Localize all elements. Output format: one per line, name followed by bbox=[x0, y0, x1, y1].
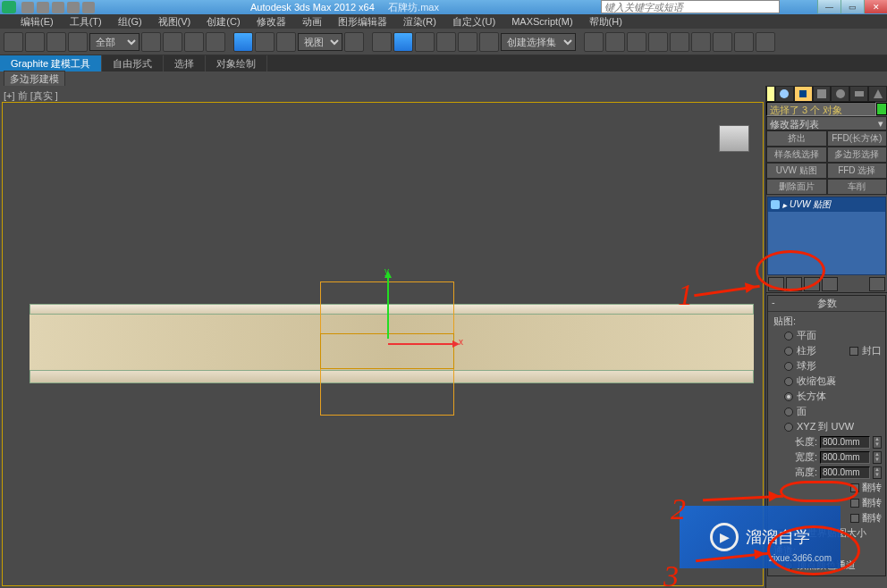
menu-render[interactable]: 渲染(R) bbox=[395, 15, 444, 29]
named-selection-sets[interactable]: 创建选择集 bbox=[501, 33, 576, 51]
height-spinner[interactable]: ▲▼ bbox=[873, 466, 882, 479]
render-frame-button[interactable] bbox=[734, 32, 754, 52]
menu-group[interactable]: 组(G) bbox=[110, 15, 150, 29]
gizmo-x-axis[interactable] bbox=[388, 343, 458, 345]
curve-editor-button[interactable] bbox=[648, 32, 668, 52]
mirror-button[interactable] bbox=[584, 32, 604, 52]
mod-btn-spline-sel[interactable]: 样条线选择 bbox=[766, 147, 827, 163]
map-type-face[interactable]: 面 bbox=[772, 404, 882, 419]
mod-btn-lathe[interactable]: 车削 bbox=[827, 179, 888, 195]
u-flip-checkbox[interactable] bbox=[850, 483, 859, 492]
percent-snap-button[interactable] bbox=[436, 32, 456, 52]
edit-named-sel-button[interactable] bbox=[479, 32, 499, 52]
rotate-button[interactable] bbox=[255, 32, 275, 52]
link-button[interactable] bbox=[46, 32, 66, 52]
cmd-tab-modify[interactable] bbox=[794, 86, 813, 102]
window-crossing-button[interactable] bbox=[206, 32, 225, 52]
menu-help[interactable]: 帮助(H) bbox=[581, 15, 630, 29]
menu-edit[interactable]: 编辑(E) bbox=[13, 15, 62, 29]
cmd-tab-hierarchy[interactable] bbox=[813, 86, 832, 102]
ref-coord-system[interactable]: 视图 bbox=[298, 33, 342, 51]
redo-button[interactable] bbox=[25, 32, 45, 52]
ribbon-tab-paint[interactable]: 对象绘制 bbox=[206, 55, 267, 71]
width-spinner[interactable]: ▲▼ bbox=[873, 451, 882, 464]
move-button[interactable] bbox=[233, 32, 253, 52]
polygon-modeling-button[interactable]: 多边形建模 bbox=[4, 71, 65, 88]
maximize-button[interactable]: ▭ bbox=[841, 0, 864, 13]
snap-toggle-button[interactable] bbox=[393, 32, 413, 52]
map-type-xyz[interactable]: XYZ 到 UVW bbox=[772, 419, 882, 434]
menu-modifiers[interactable]: 修改器 bbox=[249, 15, 294, 29]
length-spinner[interactable]: ▲▼ bbox=[873, 436, 882, 449]
map-type-spherical[interactable]: 球形 bbox=[772, 358, 882, 374]
stack-item-uvw[interactable]: ▸ UVW 贴图 bbox=[768, 197, 885, 212]
width-input[interactable] bbox=[820, 451, 870, 464]
menu-maxscript[interactable]: MAXScript(M) bbox=[503, 16, 580, 27]
cap-checkbox[interactable] bbox=[849, 347, 858, 356]
app-icon[interactable] bbox=[2, 1, 16, 13]
manipulate-button[interactable] bbox=[372, 32, 392, 52]
selection-filter[interactable]: 全部 bbox=[89, 33, 139, 51]
select-region-button[interactable] bbox=[184, 32, 204, 52]
close-button[interactable]: ✕ bbox=[864, 0, 887, 13]
mod-btn-delete-patch[interactable]: 删除面片 bbox=[766, 179, 827, 195]
mod-btn-ffd-sel[interactable]: FFD 选择 bbox=[827, 163, 888, 179]
scale-button[interactable] bbox=[276, 32, 296, 52]
remove-modifier-button[interactable] bbox=[822, 277, 838, 291]
select-name-button[interactable] bbox=[163, 32, 182, 52]
align-button[interactable] bbox=[605, 32, 625, 52]
cmd-tab-utilities[interactable] bbox=[868, 86, 887, 102]
minimize-button[interactable]: — bbox=[817, 0, 841, 13]
menu-custom[interactable]: 自定义(U) bbox=[444, 15, 503, 29]
cmd-tab-create[interactable] bbox=[775, 86, 794, 102]
schematic-view-button[interactable] bbox=[670, 32, 689, 52]
make-unique-button[interactable] bbox=[804, 277, 820, 291]
menu-animation[interactable]: 动画 bbox=[294, 15, 330, 29]
spinner-snap-button[interactable] bbox=[458, 32, 477, 52]
use-center-button[interactable] bbox=[344, 32, 364, 52]
lightbulb-icon[interactable] bbox=[771, 200, 780, 209]
undo-button[interactable] bbox=[4, 32, 23, 52]
ribbon-tab-selection[interactable]: 选择 bbox=[164, 55, 206, 71]
select-button[interactable] bbox=[141, 32, 161, 52]
cmd-tab-motion[interactable] bbox=[831, 86, 849, 102]
modifier-list-dropdown[interactable]: 修改器列表▾ bbox=[766, 116, 887, 130]
rollout-header[interactable]: 参数 bbox=[768, 296, 885, 312]
layers-button[interactable] bbox=[627, 32, 646, 52]
help-search-input[interactable] bbox=[601, 0, 780, 13]
ribbon-tab-graphite[interactable]: Graphite 建模工具 bbox=[0, 55, 102, 71]
mod-btn-poly-sel[interactable]: 多边形选择 bbox=[827, 147, 888, 163]
v-flip-checkbox[interactable] bbox=[850, 499, 859, 508]
modifier-stack[interactable]: ▸ UVW 贴图 bbox=[767, 197, 886, 275]
qat-save-icon[interactable] bbox=[52, 2, 64, 13]
mod-btn-ffd-box[interactable]: FFD(长方体) bbox=[827, 130, 888, 147]
map-type-shrinkwrap[interactable]: 收缩包裹 bbox=[772, 374, 882, 389]
qat-new-icon[interactable] bbox=[21, 2, 34, 13]
viewcube[interactable] bbox=[719, 125, 749, 152]
menu-tools[interactable]: 工具(T) bbox=[62, 15, 110, 29]
show-end-result-button[interactable] bbox=[786, 277, 802, 291]
unlink-button[interactable] bbox=[68, 32, 88, 52]
w-flip-checkbox[interactable] bbox=[850, 514, 859, 523]
mod-btn-uvw-map[interactable]: UVW 贴图 bbox=[766, 163, 827, 179]
plus-icon[interactable]: ▸ bbox=[782, 200, 787, 210]
material-editor-button[interactable] bbox=[691, 32, 711, 52]
height-input[interactable] bbox=[820, 466, 870, 479]
render-button[interactable] bbox=[756, 32, 775, 52]
qat-open-icon[interactable] bbox=[37, 2, 49, 13]
map-type-cylindrical[interactable]: 柱形封口 bbox=[772, 343, 882, 358]
menu-graph[interactable]: 图形编辑器 bbox=[330, 15, 395, 29]
angle-snap-button[interactable] bbox=[415, 32, 435, 52]
configure-sets-button[interactable] bbox=[869, 277, 885, 291]
pin-stack-button[interactable] bbox=[768, 277, 784, 291]
gizmo-y-axis[interactable] bbox=[387, 273, 389, 339]
qat-redo-icon[interactable] bbox=[82, 2, 95, 13]
render-setup-button[interactable] bbox=[713, 32, 732, 52]
map-type-box[interactable]: 长方体 bbox=[772, 389, 882, 404]
menu-create[interactable]: 创建(C) bbox=[199, 15, 248, 29]
length-input[interactable] bbox=[820, 436, 870, 449]
object-color-swatch[interactable] bbox=[876, 103, 887, 115]
map-type-planar[interactable]: 平面 bbox=[772, 328, 882, 343]
cmd-tab-display[interactable] bbox=[849, 86, 868, 102]
viewport-front[interactable]: y x bbox=[2, 102, 764, 586]
